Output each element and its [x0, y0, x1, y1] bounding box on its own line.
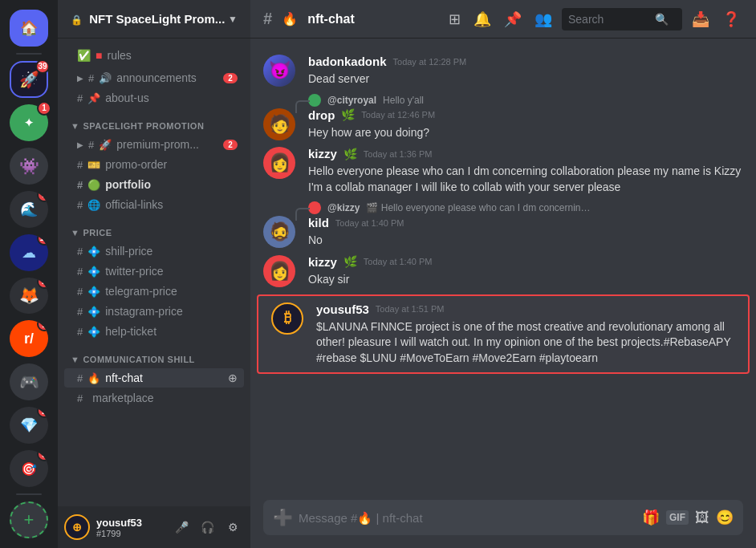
server-icon-nft[interactable]: 🚀 39	[10, 61, 48, 98]
search-icon: 🔍	[655, 13, 669, 26]
avatar-icon: ⊕	[72, 521, 82, 534]
server-badge-s5: 19	[37, 234, 48, 246]
notification-button[interactable]: 🔔	[470, 7, 494, 31]
server-icon-home[interactable]: 🏠	[10, 10, 48, 47]
channel-item-announcements[interactable]: ▶ # 🔊 announcements 2	[64, 68, 244, 87]
msg-username-6: yousuf53	[316, 302, 369, 316]
members-button[interactable]: 👥	[531, 7, 555, 31]
message-content-4: kild Today at 1:40 PM No	[308, 216, 743, 249]
gift-button[interactable]: 🎁	[642, 509, 660, 526]
reply-username: @cityroyal	[327, 95, 376, 106]
reply-avatar-cityroyal	[308, 94, 321, 107]
server-icon-s4[interactable]: 🌊 1	[10, 191, 48, 228]
server-divider-2	[16, 493, 42, 495]
msg-username-5: kizzy	[308, 255, 337, 269]
server-icon-s8[interactable]: 🎮	[10, 363, 48, 400]
message-badonkadonk: 😈 badonkadonk Today at 12:28 PM Dead ser…	[250, 51, 756, 91]
header-fire-icon: 🔥	[282, 11, 298, 26]
message-drop: 🧑 drop 🌿 Today at 12:46 PM Hey how are y…	[250, 107, 756, 144]
channel-item-instagram-price[interactable]: # 💠 instagram-price	[64, 302, 244, 321]
premium-prom-badge: 2	[223, 140, 238, 150]
message-header-2: drop 🌿 Today at 12:46 PM	[308, 108, 743, 122]
channel-name-help-ticket: help-ticket	[105, 325, 238, 338]
msg-text-5: Okay sir	[308, 272, 743, 288]
message-header-3: kizzy 🌿 Today at 1:36 PM	[308, 147, 743, 160]
pin-button[interactable]: 📌	[501, 7, 525, 31]
channel-item-help-ticket[interactable]: # 💠 help-ticket	[64, 322, 244, 341]
channel-item-about-us[interactable]: # 📌 about-us	[64, 88, 244, 108]
channel-item-twitter-price[interactable]: # 💠 twitter-price	[64, 262, 244, 281]
mute-button[interactable]: 🎤	[170, 516, 193, 538]
avatar-badonkadonk: 😈	[263, 55, 295, 87]
hash-icon: #	[77, 306, 83, 318]
app-container: 🏠 🚀 39 ✦ 1 👾 🌊 1 ☁ 19 🦊 2 r/ 1	[0, 0, 756, 548]
channel-item-rules[interactable]: ✅ ■ rules	[64, 46, 244, 65]
channel-name-marketplace: marketplace	[92, 392, 238, 404]
msg-timestamp-3: Today at 1:36 PM	[364, 149, 433, 159]
add-attachment-button[interactable]: ➕	[273, 508, 292, 527]
avatar-image: 😈	[269, 60, 291, 81]
emoji-button[interactable]: 😊	[716, 509, 734, 526]
user-avatar: ⊕	[64, 514, 90, 540]
channel-name-premium-prom: premium-prom...	[116, 138, 218, 151]
server-icon-s10[interactable]: 🎯 5	[10, 450, 48, 487]
channel-item-portfolio[interactable]: # 🟢 portfolio	[64, 175, 244, 194]
deafen-button[interactable]: 🎧	[196, 516, 218, 538]
inbox-button[interactable]: 📥	[689, 7, 713, 31]
msg-timestamp-1: Today at 12:28 PM	[393, 57, 467, 67]
server-icon-s2[interactable]: ✦ 1	[10, 104, 48, 141]
message-content-5: kizzy 🌿 Today at 1:40 PM Okay sir	[308, 255, 743, 288]
category-label: SPACELIGHT PROMOTION	[83, 121, 204, 131]
avatar-image-kizzy: 👩	[269, 152, 291, 173]
header-hash-icon: #	[263, 10, 272, 28]
help-button[interactable]: ❓	[719, 7, 743, 31]
hash-icon: #	[77, 326, 83, 338]
channel-item-marketplace[interactable]: # marketplace	[64, 388, 244, 408]
msg-timestamp-4: Today at 1:40 PM	[335, 218, 404, 228]
username: yousuf53	[96, 517, 164, 529]
server-icon-s7[interactable]: r/ 1	[10, 320, 48, 357]
message-input-area: ➕ 🎁 GIF 🖼 😊	[250, 500, 756, 548]
hash-icon: #	[77, 392, 83, 404]
hash-icon: #	[77, 179, 83, 191]
category-comm-label: COMMUNICATION SHILL	[83, 355, 194, 364]
channel-item-promo-order[interactable]: # 🎫 promo-order	[64, 155, 244, 174]
search-box[interactable]: 🔍	[562, 8, 682, 30]
s2-icon: ✦	[24, 116, 34, 129]
avatar-image-kizzy-2: 👩	[269, 261, 291, 282]
search-input[interactable]	[568, 13, 648, 26]
gif-button[interactable]: GIF	[666, 510, 689, 525]
hashtag-button[interactable]: ⊞	[445, 7, 464, 31]
server-icon-s9[interactable]: 💎 2	[10, 407, 48, 444]
header-actions: ⊞ 🔔 📌 👥 🔍 📥 ❓	[445, 7, 743, 31]
channel-name: rules	[107, 49, 238, 62]
settings-button[interactable]: ⚙	[222, 516, 244, 538]
channel-name-portfolio: portfolio	[105, 178, 238, 191]
kizzy-badge-2: 🌿	[343, 255, 357, 268]
hash-icon: #	[77, 199, 83, 211]
hash-icon: #	[77, 372, 83, 384]
message-input[interactable]	[299, 503, 636, 533]
sticker-button[interactable]: 🖼	[695, 509, 709, 526]
msg-text-1: Dead server	[308, 71, 743, 87]
add-member-icon[interactable]: ⊕	[228, 371, 238, 384]
channel-item-official-links[interactable]: # 🌐 official-links	[64, 195, 244, 214]
server-divider	[16, 53, 42, 55]
category-price[interactable]: ▼ PRICE	[58, 215, 250, 241]
channel-item-premium-prom[interactable]: ▶ # 🚀 premium-prom... 2	[64, 135, 244, 154]
server-icon-s3[interactable]: 👾	[10, 148, 48, 185]
server-icon-add[interactable]: +	[10, 501, 48, 538]
input-actions: 🎁 GIF 🖼 😊	[642, 509, 734, 526]
category-communication-shill[interactable]: ▼ COMMUNICATION SHILL	[58, 342, 250, 367]
channel-item-nft-chat[interactable]: # 🔥 nft-chat ⊕	[64, 368, 244, 388]
category-spacelight-promotion[interactable]: ▼ SPACELIGHT PROMOTION	[58, 108, 250, 134]
add-server-icon: +	[24, 509, 35, 530]
hash-icon: #	[77, 266, 83, 278]
channel-item-telegram-price[interactable]: # 💠 telegram-price	[64, 282, 244, 301]
channel-item-shill-price[interactable]: # 💠 shill-price	[64, 242, 244, 261]
server-icon-s5[interactable]: ☁ 19	[10, 234, 48, 271]
channel-header-name: nft-chat	[307, 12, 355, 26]
server-header[interactable]: 🔒 NFT SpaceLight Prom... ▼	[58, 0, 250, 39]
server-icon-s6[interactable]: 🦊 2	[10, 278, 48, 315]
drop-badge: 🌿	[341, 108, 355, 121]
